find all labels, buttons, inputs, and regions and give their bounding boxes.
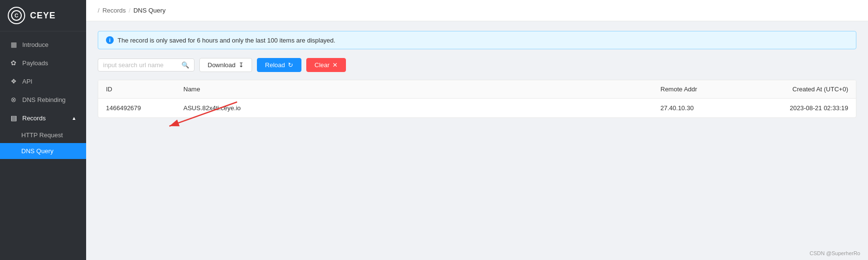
sidebar-navigation: ▦ Introduce ✿ Payloads ❖ API ⊗ DNS Rebin… bbox=[0, 31, 86, 260]
sidebar-sub-item-http-request[interactable]: HTTP Request bbox=[0, 127, 86, 143]
table-header-row: ID Name Remote Addr Created At (UTC+0) bbox=[98, 80, 856, 99]
download-label: Download bbox=[208, 61, 236, 69]
payloads-icon: ✿ bbox=[10, 59, 17, 67]
sidebar-item-label: Introduce bbox=[22, 41, 48, 48]
logo-text: CEYE bbox=[30, 11, 56, 21]
download-icon: ↧ bbox=[239, 61, 244, 69]
col-header-created-at: Created At (UTC+0) bbox=[749, 80, 856, 99]
table-row: 1466492679 ASUS.82x4ti.ceye.io bbox=[98, 99, 856, 118]
col-header-name: Name bbox=[176, 80, 653, 99]
search-icon: 🔍 bbox=[181, 61, 189, 69]
breadcrumb-separator: / bbox=[129, 7, 131, 14]
sidebar-logo: C CEYE bbox=[0, 0, 86, 31]
sidebar-item-label: Records bbox=[22, 115, 45, 122]
clear-icon: ✕ bbox=[332, 61, 338, 69]
search-box[interactable]: 🔍 bbox=[98, 58, 195, 72]
records-table: ID Name Remote Addr Created At (UTC+0) 1… bbox=[98, 80, 856, 117]
reload-icon: ↻ bbox=[288, 61, 293, 69]
record-name: ASUS.82x4ti.ceye.io bbox=[183, 104, 241, 112]
clear-label: Clear bbox=[314, 61, 329, 69]
info-banner-text: The record is only saved for 6 hours and… bbox=[118, 37, 335, 44]
sidebar-item-payloads[interactable]: ✿ Payloads bbox=[0, 54, 86, 72]
cell-id: 1466492679 bbox=[98, 99, 176, 118]
search-input[interactable] bbox=[103, 61, 179, 69]
http-request-label: HTTP Request bbox=[21, 131, 63, 139]
breadcrumb-sep: / bbox=[98, 7, 100, 14]
records-table-wrapper: ID Name Remote Addr Created At (UTC+0) 1… bbox=[98, 80, 856, 118]
cell-name: ASUS.82x4ti.ceye.io bbox=[176, 99, 653, 118]
breadcrumb-current-page: DNS Query bbox=[134, 7, 165, 14]
api-icon: ❖ bbox=[10, 77, 17, 85]
info-icon: i bbox=[106, 36, 114, 44]
chevron-up-icon: ▲ bbox=[72, 116, 76, 121]
sidebar-item-introduce[interactable]: ▦ Introduce bbox=[0, 35, 86, 54]
breadcrumb-records-link[interactable]: Records bbox=[103, 7, 126, 14]
introduce-icon: ▦ bbox=[10, 41, 17, 48]
toolbar: 🔍 Download ↧ Reload ↻ Clear ✕ bbox=[98, 58, 856, 72]
cell-created-at: 2023-08-21 02:33:19 bbox=[749, 99, 856, 118]
sidebar-item-label: Payloads bbox=[22, 59, 48, 67]
reload-label: Reload bbox=[265, 61, 285, 69]
sidebar-item-label: DNS Rebinding bbox=[22, 96, 66, 103]
sidebar-item-label: API bbox=[22, 78, 32, 85]
main-content: / Records / DNS Query i The record is on… bbox=[86, 0, 868, 260]
info-banner: i The record is only saved for 6 hours a… bbox=[98, 31, 856, 49]
watermark: CSDN @SuperherRo bbox=[809, 250, 860, 256]
sidebar-item-dns-rebinding[interactable]: ⊗ DNS Rebinding bbox=[0, 90, 86, 109]
dns-query-label: DNS Query bbox=[21, 147, 53, 155]
download-button[interactable]: Download ↧ bbox=[199, 58, 252, 72]
reload-button[interactable]: Reload ↻ bbox=[257, 58, 301, 72]
sidebar-sub-item-dns-query[interactable]: DNS Query bbox=[0, 143, 86, 159]
sidebar-item-records[interactable]: ▤ Records ▲ bbox=[0, 109, 86, 127]
dns-rebinding-icon: ⊗ bbox=[10, 96, 17, 103]
sidebar-item-api[interactable]: ❖ API bbox=[0, 72, 86, 90]
col-header-id: ID bbox=[98, 80, 176, 99]
page-content: i The record is only saved for 6 hours a… bbox=[86, 21, 868, 260]
logo-icon: C bbox=[8, 7, 25, 24]
col-header-remote-addr: Remote Addr bbox=[653, 80, 749, 99]
clear-button[interactable]: Clear ✕ bbox=[306, 58, 346, 72]
svg-text:C: C bbox=[15, 13, 18, 18]
breadcrumb: / Records / DNS Query bbox=[86, 0, 868, 21]
records-icon: ▤ bbox=[10, 114, 17, 122]
sidebar: C CEYE ▦ Introduce ✿ Payloads ❖ API ⊗ DN… bbox=[0, 0, 86, 260]
cell-remote-addr: 27.40.10.30 bbox=[653, 99, 749, 118]
